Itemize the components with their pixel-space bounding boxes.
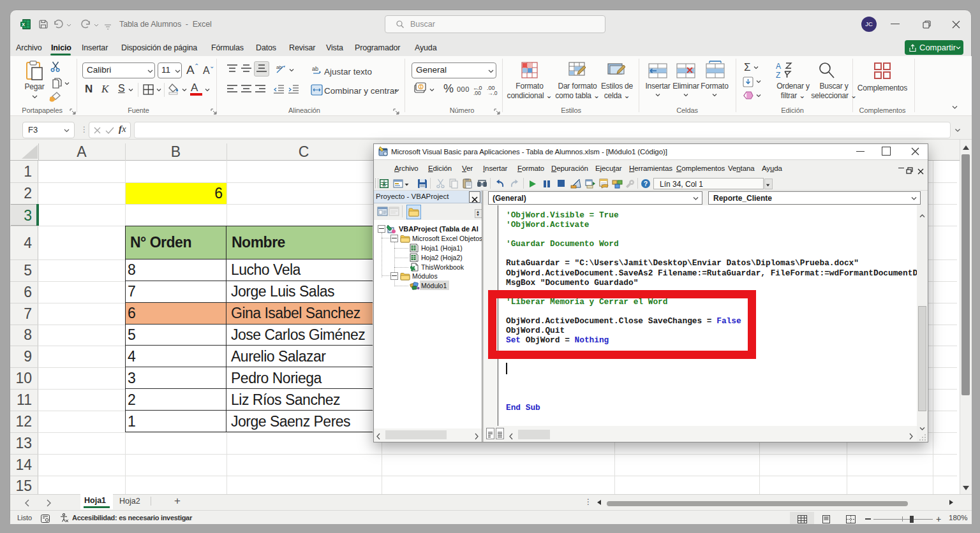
svg-text:ab: ab: [276, 64, 282, 70]
svg-text:X: X: [382, 181, 386, 187]
svg-text:X: X: [22, 22, 25, 27]
svg-text:Z: Z: [776, 71, 780, 79]
svg-text:.00: .00: [473, 90, 481, 96]
svg-text:?: ?: [644, 180, 648, 187]
svg-text:→.0: →.0: [487, 90, 498, 96]
svg-text:ab: ab: [312, 66, 318, 72]
svg-text:A: A: [776, 62, 781, 71]
